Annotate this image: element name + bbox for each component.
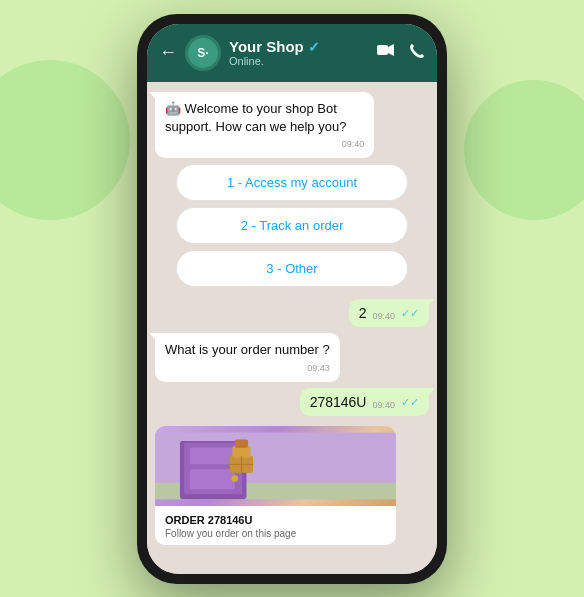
option-access-account[interactable]: 1 - Access my account <box>176 164 409 201</box>
user-order-bubble: 278146U 09:40 ✓✓ <box>300 388 429 416</box>
order-card[interactable]: ORDER 278146U Follow you order on this p… <box>155 426 396 545</box>
order-card-sub: Follow you order on this page <box>165 528 386 539</box>
contact-info: Your Shop ✓ Online. <box>229 38 369 67</box>
svg-marker-1 <box>388 44 394 56</box>
back-button[interactable]: ← <box>159 42 177 63</box>
svg-rect-0 <box>377 45 388 55</box>
order-card-title: ORDER 278146U <box>165 514 386 526</box>
svg-point-9 <box>231 475 238 482</box>
welcome-message: 🤖 Welcome to your shop Bot support. How … <box>155 92 374 159</box>
order-card-image <box>155 426 396 506</box>
svg-rect-12 <box>235 440 248 448</box>
order-card-info: ORDER 278146U Follow you order on this p… <box>155 506 396 545</box>
bot-question-time: 09:43 <box>165 362 330 375</box>
double-check-icon: ✓✓ <box>401 307 419 320</box>
online-status: Online. <box>229 55 369 67</box>
avatar: S· <box>185 35 221 71</box>
contact-name: Your Shop ✓ <box>229 38 369 55</box>
svg-rect-11 <box>232 446 250 458</box>
welcome-time: 09:40 <box>165 138 364 151</box>
option-other[interactable]: 3 - Other <box>176 250 409 287</box>
svg-rect-8 <box>190 470 235 490</box>
whatsapp-header: ← S· Your Shop ✓ Online. <box>147 24 437 82</box>
user-reply-time: 09:40 <box>372 311 395 321</box>
verified-badge: ✓ <box>308 39 320 55</box>
header-icons <box>377 43 425 63</box>
bot-question: What is your order number ? 09:43 <box>155 333 340 382</box>
user-order-time: 09:40 <box>372 400 395 410</box>
user-reply-row: 2 09:40 ✓✓ <box>155 299 429 327</box>
bg-blob-right <box>464 80 584 220</box>
bg-blob-left <box>0 60 130 220</box>
phone-screen: ← S· Your Shop ✓ Online. <box>147 24 437 574</box>
phone-wrapper: ← S· Your Shop ✓ Online. <box>137 14 447 584</box>
user-order-check-icon: ✓✓ <box>401 396 419 409</box>
phone-frame: ← S· Your Shop ✓ Online. <box>137 14 447 584</box>
call-icon[interactable] <box>409 43 425 63</box>
svg-rect-7 <box>190 448 235 465</box>
video-icon[interactable] <box>377 43 395 63</box>
chat-area: 🤖 Welcome to your shop Bot support. How … <box>147 82 437 574</box>
option-track-order[interactable]: 2 - Track an order <box>176 207 409 244</box>
user-reply-bubble: 2 09:40 ✓✓ <box>349 299 429 327</box>
user-order-row: 278146U 09:40 ✓✓ <box>155 388 429 416</box>
